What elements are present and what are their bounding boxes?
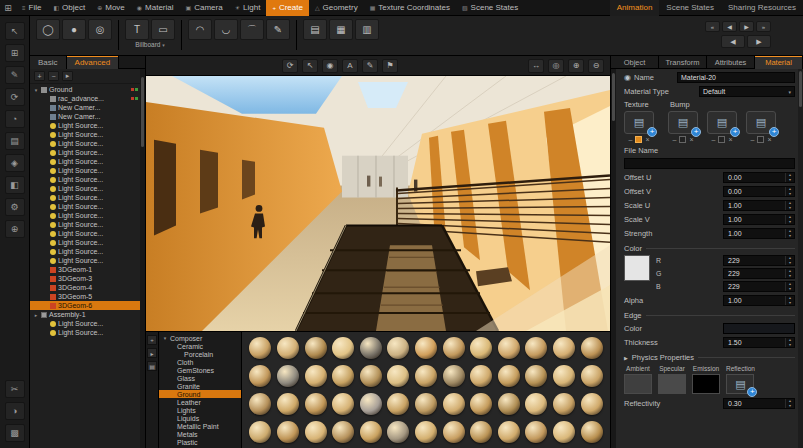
clear-texture-button[interactable]: × [689, 136, 693, 143]
zoom-out-icon[interactable]: ⊖ [588, 59, 604, 73]
material-category-ground[interactable]: Ground [159, 390, 241, 398]
menu-camera[interactable]: ▣Camera [180, 0, 229, 16]
tree-item-ground[interactable]: ▾Ground [30, 85, 140, 94]
tree-item-3dgeom-6[interactable]: 3DGeom-6 [30, 301, 140, 310]
material-sphere[interactable] [415, 393, 437, 415]
diffuse-color-swatch[interactable] [624, 255, 650, 281]
strength-spinner[interactable]: 1.00▴▾ [723, 228, 795, 239]
tree-item-3dgeom-1[interactable]: 3DGeom-1 [30, 265, 140, 274]
material-category-liquids[interactable]: Liquids [159, 414, 241, 422]
tree-item-assembly-1[interactable]: ▸Assembly-1 [30, 310, 140, 319]
scale-v-spinner[interactable]: 1.00▴▾ [723, 214, 795, 225]
scene-tree-scrollbar[interactable] [140, 69, 145, 448]
menu-scene-states[interactable]: ▧Scene States [456, 0, 524, 16]
text-icon[interactable]: A [342, 59, 358, 73]
top-tab-scene-states[interactable]: Scene States [659, 0, 721, 16]
edge-color-swatch[interactable] [723, 323, 795, 334]
material-sphere[interactable] [277, 393, 299, 415]
channel-r-down-icon[interactable]: ▾ [789, 261, 791, 266]
material-sphere[interactable] [470, 421, 492, 443]
material-sphere[interactable] [553, 337, 575, 359]
tree-item-light-source[interactable]: Light Source... [30, 247, 140, 256]
material-sphere[interactable] [415, 365, 437, 387]
clear-texture-button[interactable]: × [728, 136, 732, 143]
flag-icon[interactable]: ⚑ [382, 59, 398, 73]
channel-g-spinner[interactable]: 229▴▾ [723, 268, 795, 279]
material-sphere[interactable] [470, 393, 492, 415]
material-sphere[interactable] [525, 393, 547, 415]
mask-tool-icon[interactable]: ◧ [5, 176, 25, 194]
remove-node-button[interactable]: − [48, 71, 59, 81]
tree-item-light-source[interactable]: Light Source... [30, 202, 140, 211]
select-icon[interactable]: ↖ [302, 59, 318, 73]
tree-item-rac-advance[interactable]: rac_advance... [30, 94, 140, 103]
material-category-composer[interactable]: ▾Composer [159, 334, 241, 342]
go-start-button[interactable]: « [705, 21, 720, 32]
texture-enable-checkbox[interactable] [679, 136, 686, 143]
file-name-input[interactable] [624, 158, 795, 169]
material-category-plastic[interactable]: Plastic [159, 438, 241, 446]
remove-texture-button[interactable]: – [712, 136, 716, 143]
material-sphere[interactable] [553, 421, 575, 443]
texture-slot-button[interactable]: ▤+ [746, 111, 776, 134]
material-sphere[interactable] [277, 337, 299, 359]
expand-all-button[interactable]: ▸ [62, 71, 73, 81]
material-sphere[interactable] [443, 421, 465, 443]
tree-item-light-source[interactable]: Light Source... [30, 175, 140, 184]
curve-tool-icon[interactable]: ⌒ [240, 19, 264, 40]
material-sphere[interactable] [387, 365, 409, 387]
material-sphere[interactable] [277, 421, 299, 443]
tree-item-light-source[interactable]: Light Source... [30, 130, 140, 139]
material-sphere[interactable] [581, 337, 603, 359]
twisty-icon[interactable]: ▾ [33, 87, 39, 93]
material-sphere[interactable] [387, 421, 409, 443]
channel-b-down-icon[interactable]: ▾ [789, 287, 791, 292]
material-category-lights[interactable]: Lights [159, 406, 241, 414]
tab-advanced[interactable]: Advanced [67, 56, 120, 69]
tree-item-light-source[interactable]: Light Source... [30, 121, 140, 130]
material-category-metals[interactable]: Metals [159, 430, 241, 438]
material-sphere[interactable] [525, 365, 547, 387]
tab-basic[interactable]: Basic [30, 56, 67, 69]
material-sphere[interactable] [525, 421, 547, 443]
add-material-button[interactable]: + [147, 335, 157, 345]
layers-tool-icon[interactable]: ▤ [5, 132, 25, 150]
arc-up-tool-icon[interactable]: ◠ [188, 19, 212, 40]
texture-enable-checkbox[interactable] [757, 136, 764, 143]
prop-swatch-specular[interactable] [658, 374, 686, 394]
tree-item-light-source[interactable]: Light Source... [30, 229, 140, 238]
add-texture-icon[interactable]: + [691, 127, 701, 137]
scale-u-down-icon[interactable]: ▾ [789, 206, 791, 211]
tree-item-3dgeom-5[interactable]: 3DGeom-5 [30, 292, 140, 301]
material-sphere[interactable] [498, 365, 520, 387]
filled-ellipse-tool-icon[interactable]: ● [62, 19, 86, 40]
add-tool-icon[interactable]: ⊕ [5, 220, 25, 238]
material-sphere[interactable] [553, 365, 575, 387]
tab-attributes[interactable]: Attributes [707, 56, 755, 69]
material-sphere[interactable] [360, 421, 382, 443]
remove-texture-button[interactable]: – [751, 136, 755, 143]
menu-material[interactable]: ◉Material [131, 0, 180, 16]
menu-texture-coordinates[interactable]: ▦Texture Coordinates [364, 0, 456, 16]
material-tool-icon[interactable]: ◈ [5, 154, 25, 172]
orbit-tool-icon[interactable]: ⟳ [5, 88, 25, 106]
material-category-ceramic[interactable]: Ceramic [159, 342, 241, 350]
alpha-down-icon[interactable]: ▾ [789, 301, 791, 306]
texture-slot-button[interactable]: ▤+ [668, 111, 698, 134]
material-sphere[interactable] [249, 421, 271, 443]
material-category-granite[interactable]: Granite [159, 382, 241, 390]
material-sphere[interactable] [332, 393, 354, 415]
menu-create[interactable]: +Create [266, 0, 309, 16]
strength-down-icon[interactable]: ▾ [789, 234, 791, 239]
pan-icon[interactable]: ↔ [528, 59, 544, 73]
menu-geometry[interactable]: △Geometry [309, 0, 364, 16]
channel-b-spinner[interactable]: 229▴▾ [723, 281, 795, 292]
material-sphere[interactable] [277, 365, 299, 387]
remove-texture-button[interactable]: – [629, 136, 633, 143]
app-menu-icon[interactable]: ⊞ [0, 0, 16, 16]
tree-item-3dgeom-4[interactable]: 3DGeom-4 [30, 283, 140, 292]
tree-item-light-source[interactable]: Light Source... [30, 148, 140, 157]
material-sphere[interactable] [415, 337, 437, 359]
material-sphere[interactable] [415, 421, 437, 443]
grid-tool-icon[interactable]: ⊞ [5, 44, 25, 62]
